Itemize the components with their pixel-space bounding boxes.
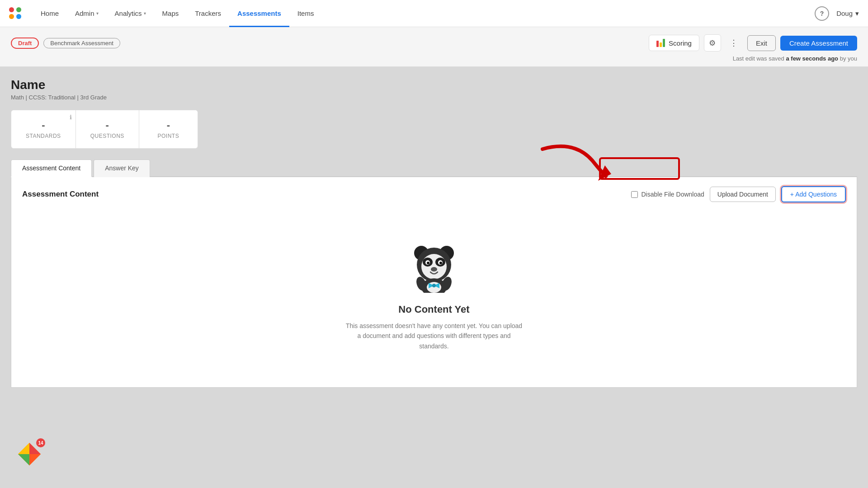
settings-button[interactable]: ⚙ — [704, 34, 721, 52]
nav-item-admin[interactable]: Admin ▾ — [67, 0, 107, 27]
tab-answer-key[interactable]: Answer Key — [94, 160, 150, 177]
svg-marker-22 — [18, 454, 29, 465]
help-button[interactable]: ? — [815, 6, 829, 21]
empty-state-title: No Content Yet — [398, 304, 469, 315]
svg-point-9 — [439, 262, 442, 264]
app-logo[interactable] — [9, 7, 22, 20]
benchmark-badge[interactable]: Benchmark Assessment — [43, 38, 120, 48]
main-content: Name Math | CCSS: Traditional | 3rd Grad… — [0, 67, 868, 474]
panda-illustration — [407, 239, 461, 293]
last-edit-suffix: by you — [840, 55, 857, 62]
draft-badge[interactable]: Draft — [11, 38, 39, 49]
upload-document-button[interactable]: Upload Document — [710, 187, 776, 202]
gear-icon: ⚙ — [709, 38, 716, 48]
sub-header-badges: Draft Benchmark Assessment — [11, 38, 120, 49]
add-questions-button[interactable]: + Add Questions — [781, 186, 846, 202]
user-name: Doug — [836, 9, 853, 17]
user-caret-icon: ▾ — [855, 9, 859, 18]
standards-label: STANDARDS — [26, 133, 61, 139]
nav-item-analytics[interactable]: Analytics ▾ — [107, 0, 154, 27]
points-value: - — [167, 119, 170, 131]
points-label: POINTS — [157, 133, 179, 139]
nav-item-home[interactable]: Home — [33, 0, 67, 27]
tabs-row: Assessment Content Answer Key — [11, 160, 857, 177]
notification-count: 14 — [36, 438, 45, 447]
scoring-chart-icon — [656, 39, 665, 47]
sub-header-actions: Scoring ⚙ ⋮ Exit Create Assessment — [649, 34, 857, 52]
nav-item-items[interactable]: Items — [289, 0, 322, 27]
create-assessment-button[interactable]: Create Assessment — [780, 36, 857, 51]
nav-items: Home Admin ▾ Analytics ▾ Maps Trackers A… — [33, 0, 815, 27]
stat-card-questions: - QUESTIONS — [76, 110, 139, 149]
stat-card-standards: ℹ - STANDARDS — [11, 110, 76, 149]
svg-point-8 — [427, 262, 429, 264]
empty-state-description: This assessment doesn't have any content… — [344, 321, 524, 351]
top-navigation: Home Admin ▾ Analytics ▾ Maps Trackers A… — [0, 0, 868, 27]
scoring-button[interactable]: Scoring — [649, 35, 699, 51]
floating-badge[interactable]: 14 — [14, 438, 45, 470]
assessment-subtitle: Math | CCSS: Traditional | 3rd Grade — [11, 94, 857, 101]
nav-item-maps[interactable]: Maps — [154, 0, 187, 27]
more-options-button[interactable]: ⋮ — [726, 34, 743, 52]
analytics-caret-icon: ▾ — [144, 11, 146, 16]
svg-marker-24 — [29, 454, 41, 465]
nav-item-trackers[interactable]: Trackers — [187, 0, 229, 27]
nav-item-assessments[interactable]: Assessments — [229, 0, 289, 27]
svg-point-10 — [431, 267, 437, 272]
ellipsis-icon: ⋮ — [730, 38, 738, 48]
sub-header: Draft Benchmark Assessment Scoring ⚙ ⋮ E… — [0, 27, 868, 67]
exit-button[interactable]: Exit — [747, 35, 776, 51]
questions-label: QUESTIONS — [90, 133, 124, 139]
tab-assessment-content[interactable]: Assessment Content — [11, 160, 92, 177]
admin-caret-icon: ▾ — [96, 11, 99, 16]
assessment-title: Name — [11, 78, 857, 92]
disable-file-download-label[interactable]: Disable File Download — [631, 191, 704, 198]
disable-download-checkbox[interactable] — [631, 191, 638, 198]
logo-icon — [9, 7, 22, 20]
svg-point-3 — [421, 254, 447, 279]
svg-point-17 — [432, 284, 436, 287]
stat-cards: ℹ - STANDARDS - QUESTIONS - POINTS — [11, 110, 857, 149]
content-actions: Disable File Download Upload Document + … — [631, 186, 846, 202]
nav-right: ? Doug ▾ — [815, 6, 859, 21]
stat-card-points: - POINTS — [139, 110, 198, 149]
info-icon[interactable]: ℹ — [70, 114, 72, 121]
empty-state: No Content Yet This assessment doesn't h… — [22, 211, 846, 378]
last-edit-text: Last edit was saved a few seconds ago by… — [11, 55, 857, 66]
sub-header-top: Draft Benchmark Assessment Scoring ⚙ ⋮ E… — [11, 34, 857, 52]
user-menu[interactable]: Doug ▾ — [836, 9, 859, 18]
standards-value: - — [42, 119, 45, 131]
svg-marker-23 — [18, 443, 29, 454]
questions-value: - — [106, 119, 109, 131]
content-section-header: Assessment Content Disable File Download… — [22, 186, 846, 202]
content-section-title: Assessment Content — [22, 190, 99, 199]
content-section: Assessment Content Disable File Download… — [11, 177, 857, 388]
